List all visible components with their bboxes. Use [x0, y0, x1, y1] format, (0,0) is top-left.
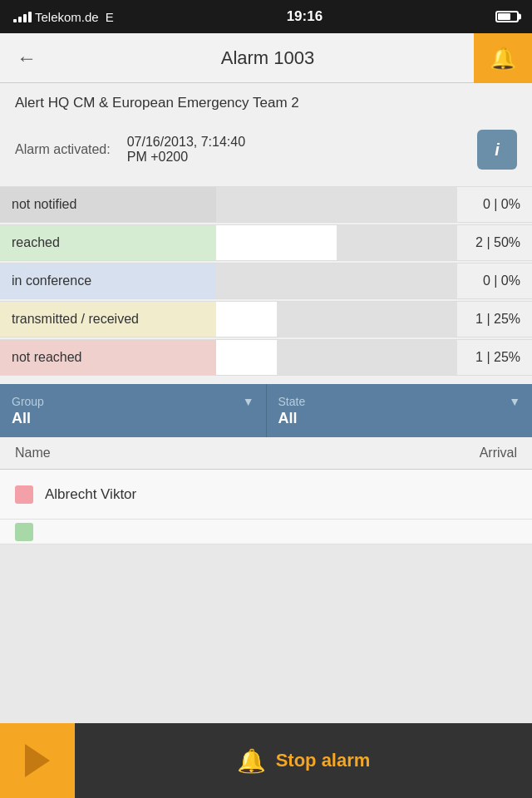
arrow-right-icon	[25, 744, 50, 777]
stat-label: in conference	[0, 264, 216, 298]
stat-row: transmitted / received1 | 25%	[0, 301, 532, 337]
signal-bar-1	[13, 19, 17, 22]
alarm-notifications-button[interactable]: 🔔	[474, 33, 532, 83]
stat-label: reached	[0, 225, 216, 260]
stop-alarm-icon-button[interactable]	[0, 723, 75, 798]
content-area: Alert HQ CM & European Emergency Team 2 …	[0, 83, 532, 544]
activation-label: Alarm activated:	[15, 142, 111, 157]
bell-icon: 🔔	[490, 46, 516, 71]
back-arrow-icon: ←	[17, 47, 37, 70]
page-title: Alarm 1003	[53, 47, 482, 69]
stat-label: not notified	[0, 187, 216, 222]
stat-bar-fill	[216, 302, 277, 337]
stat-bar-fill	[216, 340, 277, 375]
signal-bar-3	[23, 14, 27, 22]
status-color-dot-partial	[15, 523, 33, 541]
column-name-header: Name	[15, 446, 480, 461]
info-button[interactable]: i	[477, 130, 517, 170]
column-arrival-header: Arrival	[480, 446, 517, 461]
signal-bar-2	[18, 17, 22, 22]
back-button[interactable]: ←	[0, 47, 53, 70]
activation-time: 07/16/2013, 7:14:40 PM +0200	[127, 135, 461, 165]
stat-row: reached2 | 50%	[0, 224, 532, 261]
filter-row: Group▼AllState▼All	[0, 384, 532, 437]
list-item-partial	[0, 520, 532, 544]
alarm-bell-icon: 🔔	[237, 747, 266, 775]
stat-row: not reached1 | 25%	[0, 339, 532, 376]
status-right	[495, 11, 519, 22]
alarm-activated-row: Alarm activated: 07/16/2013, 7:14:40 PM …	[0, 123, 532, 181]
header: ← Alarm 1003 🔔	[0, 33, 532, 83]
filter-button[interactable]: State▼All	[267, 384, 533, 437]
stat-count: 0 | 0%	[457, 273, 532, 288]
chevron-down-icon: ▼	[509, 395, 520, 408]
stat-label: transmitted / received	[0, 302, 216, 337]
stats-table: not notified0 | 0%reached2 | 50%in confe…	[0, 186, 532, 376]
table-header: Name Arrival	[0, 437, 532, 470]
stat-label: not reached	[0, 340, 216, 375]
stat-count: 1 | 25%	[457, 312, 532, 327]
status-bar: Telekom.de E 19:16	[0, 0, 532, 33]
status-color-dot	[15, 485, 33, 504]
filter-label: State	[278, 395, 306, 408]
stat-row: not notified0 | 0%	[0, 186, 532, 223]
alert-title: Alert HQ CM & European Emergency Team 2	[0, 83, 532, 123]
bottom-bar: 🔔 Stop alarm	[0, 723, 532, 798]
battery-icon	[495, 11, 519, 22]
filter-value: All	[12, 410, 254, 427]
stat-bar-area	[216, 302, 457, 337]
stat-bar-area	[216, 187, 457, 222]
stop-alarm-label-area: 🔔 Stop alarm	[75, 747, 532, 775]
stat-bar-fill	[216, 225, 337, 260]
network-type: E	[106, 10, 114, 24]
filter-value: All	[278, 410, 521, 427]
list-container: Albrecht Viktor	[0, 470, 532, 544]
signal-bar-4	[28, 12, 32, 22]
carrier-label: Telekom.de	[35, 10, 99, 24]
stat-bar-area	[216, 225, 457, 260]
signal-bars	[13, 12, 32, 22]
stop-alarm-text: Stop alarm	[276, 750, 371, 771]
stat-count: 2 | 50%	[457, 235, 532, 250]
stat-count: 1 | 25%	[457, 350, 532, 365]
chevron-down-icon: ▼	[243, 395, 254, 408]
status-left: Telekom.de E	[13, 10, 114, 24]
stat-bar-area	[216, 340, 457, 375]
list-item[interactable]: Albrecht Viktor	[0, 470, 532, 520]
info-icon: i	[495, 140, 500, 160]
person-name: Albrecht Viktor	[45, 486, 136, 503]
stat-bar-area	[216, 264, 457, 298]
filter-label: Group	[12, 395, 44, 408]
filter-button[interactable]: Group▼All	[0, 384, 267, 437]
battery-fill	[498, 13, 510, 20]
stat-count: 0 | 0%	[457, 197, 532, 212]
status-time: 19:16	[287, 8, 323, 25]
stat-row: in conference0 | 0%	[0, 263, 532, 299]
